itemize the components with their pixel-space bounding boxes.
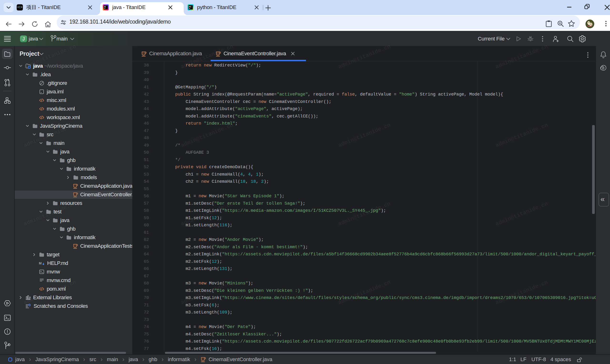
svg-text:IE: IE (104, 6, 106, 8)
svg-text:PC: PC (189, 6, 192, 8)
svg-text:M: M (39, 261, 41, 265)
